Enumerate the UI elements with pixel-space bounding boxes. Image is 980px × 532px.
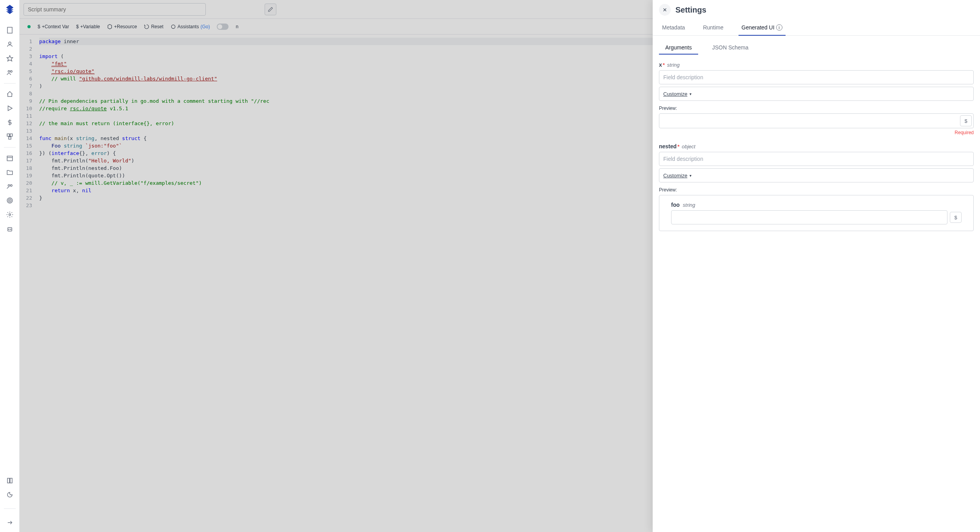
- field-x-asterisk: *: [663, 62, 665, 68]
- field-nested-preview-label: Preview:: [659, 187, 974, 193]
- star-icon[interactable]: [6, 55, 13, 62]
- calendar-icon[interactable]: [6, 155, 13, 162]
- script-summary-input[interactable]: [24, 3, 206, 16]
- settings-tabs: Metadata Runtime Generated UI i: [653, 20, 980, 36]
- field-x-name: x: [659, 62, 662, 68]
- toggle-switch[interactable]: [217, 24, 229, 30]
- refresh-icon: [171, 24, 176, 29]
- toggle-label: n: [236, 24, 238, 29]
- play-icon[interactable]: [6, 105, 13, 112]
- field-nested-customize[interactable]: Customize ▾: [659, 168, 974, 182]
- field-nested-name: nested: [659, 143, 677, 149]
- field-x-preview-label: Preview:: [659, 106, 974, 111]
- settings-title: Settings: [675, 5, 706, 15]
- foo-dollar-button[interactable]: $: [950, 212, 962, 223]
- svg-point-19: [9, 214, 11, 216]
- foo-input[interactable]: [671, 210, 947, 224]
- svg-point-15: [10, 185, 12, 187]
- svg-point-5: [8, 71, 10, 73]
- svg-rect-0: [7, 27, 12, 33]
- field-x-dollar-button[interactable]: $: [960, 115, 972, 126]
- reset-button[interactable]: Reset: [144, 24, 163, 29]
- field-nested-asterisk: *: [677, 144, 679, 149]
- cube-icon: [107, 24, 113, 29]
- user-icon[interactable]: [6, 41, 13, 48]
- moon-icon[interactable]: [6, 491, 13, 498]
- svg-point-21: [9, 229, 9, 230]
- resource-button[interactable]: +Resource: [107, 24, 137, 29]
- tab-generated-ui[interactable]: Generated UI i: [739, 20, 786, 35]
- users-icon[interactable]: [6, 69, 13, 76]
- home-icon[interactable]: [6, 91, 13, 98]
- tab-metadata[interactable]: Metadata: [659, 20, 688, 35]
- close-button[interactable]: [659, 4, 671, 16]
- field-x-type: string: [667, 62, 680, 68]
- field-x-preview-input[interactable]: [661, 115, 960, 126]
- folder-icon[interactable]: [6, 169, 13, 176]
- undo-icon: [144, 24, 149, 29]
- field-nested-description-input[interactable]: [659, 152, 974, 166]
- info-icon: i: [776, 24, 782, 31]
- svg-rect-10: [10, 134, 12, 136]
- svg-rect-11: [9, 137, 11, 139]
- svg-marker-7: [8, 106, 12, 111]
- svg-rect-12: [7, 156, 13, 161]
- building-icon[interactable]: [6, 27, 13, 34]
- subtab-arguments[interactable]: Arguments: [659, 41, 698, 55]
- arrow-right-icon[interactable]: [6, 519, 13, 526]
- svg-point-22: [10, 229, 11, 230]
- boxes-icon[interactable]: [6, 133, 13, 140]
- field-x-required-text: Required: [659, 130, 974, 135]
- chevron-down-icon: ▾: [690, 173, 691, 178]
- field-nested-type: object: [682, 144, 695, 149]
- gear-icon[interactable]: [6, 211, 13, 218]
- status-dot: [27, 25, 31, 28]
- edit-button[interactable]: [265, 4, 276, 15]
- field-x: x * string Customize ▾ Preview: $ Requir: [659, 62, 974, 135]
- robot-icon[interactable]: [6, 225, 13, 232]
- sidebar: [0, 0, 20, 532]
- variable-button[interactable]: $+Variable: [76, 24, 100, 29]
- assistants-button[interactable]: Assistants (Go): [171, 24, 210, 29]
- sub-tabs: Arguments JSON Schema: [653, 36, 980, 55]
- target-icon[interactable]: [6, 197, 13, 204]
- foo-name: foo: [671, 202, 680, 208]
- context-var-button[interactable]: $+Context Var: [38, 24, 69, 29]
- field-x-description-input[interactable]: [659, 70, 974, 84]
- foo-type: string: [683, 202, 695, 208]
- svg-marker-4: [7, 56, 13, 61]
- subtab-json-schema[interactable]: JSON Schema: [706, 41, 755, 55]
- tab-runtime[interactable]: Runtime: [700, 20, 726, 35]
- logo-icon[interactable]: [4, 4, 15, 15]
- field-nested: nested * object Customize ▾ Preview: foo…: [659, 143, 974, 231]
- svg-point-6: [10, 71, 12, 73]
- field-x-preview-box: $: [659, 113, 974, 128]
- field-x-customize[interactable]: Customize ▾: [659, 87, 974, 101]
- svg-rect-9: [7, 134, 9, 136]
- chevron-down-icon: ▾: [690, 92, 691, 96]
- svg-point-14: [8, 185, 10, 187]
- field-nested-preview-box: foo string $: [659, 195, 974, 231]
- settings-body: x * string Customize ▾ Preview: $ Requir: [653, 55, 980, 532]
- team-icon[interactable]: [6, 183, 13, 190]
- book-icon[interactable]: [6, 477, 13, 484]
- dollar-icon[interactable]: [6, 119, 13, 126]
- svg-point-18: [9, 200, 10, 201]
- line-gutter: 1234567891011121314151617181920212223: [20, 35, 35, 532]
- close-icon: [662, 7, 668, 13]
- settings-panel: Settings Metadata Runtime Generated UI i…: [653, 0, 980, 532]
- svg-point-3: [9, 42, 11, 44]
